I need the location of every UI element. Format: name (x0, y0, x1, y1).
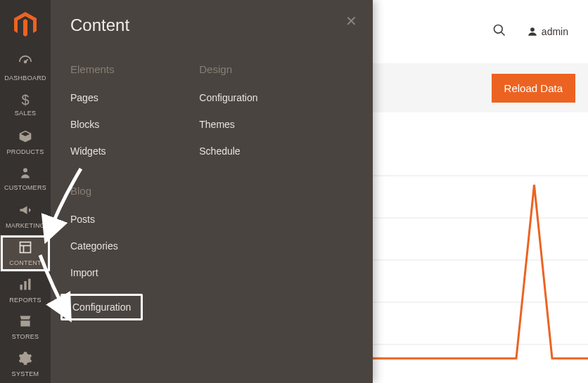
menu-item-posts[interactable]: Posts (70, 214, 143, 225)
content-flyout: Content ✕ Elements Pages Blocks Widgets … (51, 0, 373, 383)
menu-item-categories[interactable]: Categories (70, 240, 143, 252)
rail-label: CONTENT (9, 259, 41, 266)
rail-item-customers[interactable]: CUSTOMERS (0, 161, 51, 198)
dollar-icon: $ (21, 93, 29, 107)
menu-item-blog-configuration[interactable]: Configuration (60, 294, 143, 320)
admin-user-menu[interactable]: admin (528, 26, 568, 37)
svg-rect-16 (28, 278, 30, 290)
rail-item-reports[interactable]: REPORTS (0, 272, 51, 309)
admin-header: admin (373, 0, 588, 63)
svg-rect-14 (20, 285, 23, 290)
svg-point-0 (494, 25, 502, 33)
bullhorn-icon (18, 203, 32, 219)
layout-icon (18, 240, 32, 257)
rail-item-sales[interactable]: $ SALES (0, 86, 51, 124)
cube-icon (18, 129, 32, 145)
rail-item-stores[interactable]: STORES (0, 309, 51, 346)
rail-item-products[interactable]: PRODUCTS (0, 124, 51, 161)
close-icon[interactable]: ✕ (345, 13, 357, 30)
person-icon (528, 27, 537, 37)
menu-item-themes[interactable]: Themes (199, 119, 257, 130)
gauge-icon (18, 54, 33, 72)
page-actions: Reload Data (373, 63, 588, 112)
rail-label: REPORTS (9, 297, 41, 304)
menu-item-pages[interactable]: Pages (70, 92, 143, 103)
rail-label: PRODUCTS (7, 148, 44, 155)
svg-line-9 (25, 60, 28, 63)
svg-point-10 (23, 169, 27, 173)
svg-line-1 (501, 32, 504, 35)
svg-point-2 (530, 27, 535, 32)
magento-logo[interactable] (0, 0, 51, 49)
dashboard-chart (373, 162, 588, 372)
admin-user-label: admin (542, 26, 568, 37)
menu-item-configuration[interactable]: Configuration (199, 92, 257, 103)
rail-label: SYSTEM (12, 370, 39, 377)
menu-item-blocks[interactable]: Blocks (70, 119, 143, 130)
menu-item-schedule[interactable]: Schedule (199, 145, 257, 157)
rail-label: MARKETING (6, 222, 45, 229)
rail-item-content[interactable]: CONTENT (0, 235, 51, 272)
search-icon[interactable] (492, 23, 506, 41)
section-heading-blog: Blog (70, 185, 143, 197)
menu-item-widgets[interactable]: Widgets (70, 145, 143, 157)
section-heading-elements: Elements (70, 63, 143, 75)
section-heading-design: Design (199, 63, 257, 75)
rail-label: CUSTOMERS (4, 184, 46, 191)
person-icon (19, 167, 32, 181)
storefront-icon (18, 314, 32, 330)
rail-item-dashboard[interactable]: DASHBOARD (0, 49, 51, 86)
rail-label: DASHBOARD (4, 74, 46, 82)
menu-item-import[interactable]: Import (70, 267, 143, 278)
rail-label: STORES (12, 333, 39, 340)
gears-icon (18, 351, 32, 368)
rail-item-marketing[interactable]: MARKETING (0, 197, 51, 235)
svg-rect-11 (20, 242, 31, 252)
rail-item-system[interactable]: SYSTEM (0, 346, 51, 383)
admin-rail: DASHBOARD $ SALES PRODUCTS CUSTOMERS MAR… (0, 0, 51, 383)
bars-icon (18, 278, 32, 294)
rail-label: SALES (15, 110, 37, 117)
svg-rect-15 (24, 281, 26, 290)
reload-data-button[interactable]: Reload Data (492, 74, 575, 103)
flyout-title: Content (70, 15, 353, 35)
